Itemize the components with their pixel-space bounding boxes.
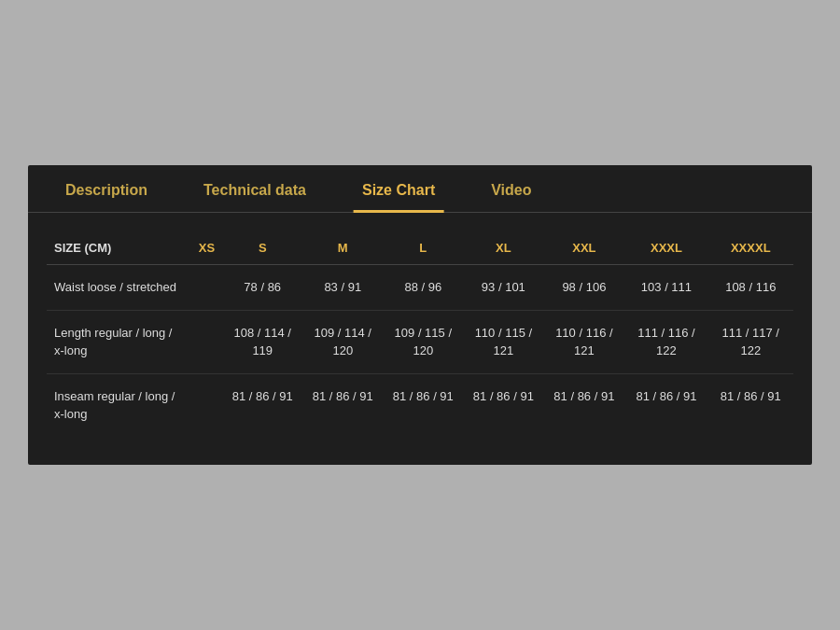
col-header-s: S bbox=[222, 231, 302, 265]
col-header-m: M bbox=[302, 231, 383, 265]
row-length-s: 108 / 114 / 119 bbox=[222, 310, 302, 373]
row-waist-xs bbox=[191, 265, 222, 311]
row-waist-s: 78 / 86 bbox=[222, 265, 302, 311]
col-header-xxxl: XXXL bbox=[624, 231, 707, 265]
row-waist-xxl: 98 / 106 bbox=[543, 265, 624, 311]
row-waist-l: 88 / 96 bbox=[383, 265, 463, 311]
col-header-xs: XS bbox=[191, 231, 222, 265]
row-length-label: Length regular / long / x-long bbox=[47, 310, 191, 373]
row-waist-xl: 93 / 101 bbox=[463, 265, 543, 311]
main-container: Description Technical data Size Chart Vi… bbox=[28, 165, 812, 465]
tab-navigation: Description Technical data Size Chart Vi… bbox=[28, 165, 812, 213]
col-header-l: L bbox=[383, 231, 463, 265]
row-length-l: 109 / 115 / 120 bbox=[383, 310, 463, 373]
row-inseam-s: 81 / 86 / 91 bbox=[222, 373, 302, 437]
col-header-xl: XL bbox=[463, 231, 543, 265]
row-inseam-xxl: 81 / 86 / 91 bbox=[543, 373, 624, 437]
row-inseam-label: Inseam regular / long / x-long bbox=[47, 373, 191, 437]
col-header-xxl: XXL bbox=[543, 231, 624, 265]
row-waist-label: Waist loose / stretched bbox=[47, 265, 191, 311]
row-length-m: 109 / 114 / 120 bbox=[302, 310, 383, 373]
table-header-row: SIZE (CM) XS S M L XL XXL XXXL XXXXL bbox=[47, 231, 793, 265]
row-length-xl: 110 / 115 / 121 bbox=[463, 310, 543, 373]
row-waist-xxxl: 103 / 111 bbox=[624, 265, 707, 311]
size-chart-table-wrapper: SIZE (CM) XS S M L XL XXL XXXL XXXXL Wai… bbox=[28, 213, 812, 446]
col-header-label: SIZE (CM) bbox=[47, 231, 191, 265]
size-chart-table: SIZE (CM) XS S M L XL XXL XXXL XXXXL Wai… bbox=[47, 231, 793, 437]
tab-video[interactable]: Video bbox=[463, 165, 559, 212]
tab-technical-data[interactable]: Technical data bbox=[175, 165, 334, 212]
row-waist-xxxxl: 108 / 116 bbox=[708, 265, 793, 311]
row-length-xxxl: 111 / 116 / 122 bbox=[624, 310, 707, 373]
row-length-xxl: 110 / 116 / 121 bbox=[543, 310, 624, 373]
row-length-xxxxl: 111 / 117 / 122 bbox=[708, 310, 793, 373]
row-inseam-xxxl: 81 / 86 / 91 bbox=[624, 373, 707, 437]
row-inseam-xxxxl: 81 / 86 / 91 bbox=[708, 373, 793, 437]
row-inseam-xs bbox=[191, 373, 222, 437]
table-row: Waist loose / stretched 78 / 86 83 / 91 … bbox=[47, 265, 793, 311]
row-inseam-m: 81 / 86 / 91 bbox=[302, 373, 383, 437]
row-length-xs bbox=[191, 310, 222, 373]
tab-size-chart[interactable]: Size Chart bbox=[334, 165, 463, 212]
col-header-xxxxl: XXXXL bbox=[708, 231, 793, 265]
row-inseam-xl: 81 / 86 / 91 bbox=[463, 373, 543, 437]
row-waist-m: 83 / 91 bbox=[302, 265, 383, 311]
table-row: Inseam regular / long / x-long 81 / 86 /… bbox=[47, 373, 793, 437]
row-inseam-l: 81 / 86 / 91 bbox=[383, 373, 463, 437]
table-row: Length regular / long / x-long 108 / 114… bbox=[47, 310, 793, 373]
tab-description[interactable]: Description bbox=[37, 165, 175, 212]
